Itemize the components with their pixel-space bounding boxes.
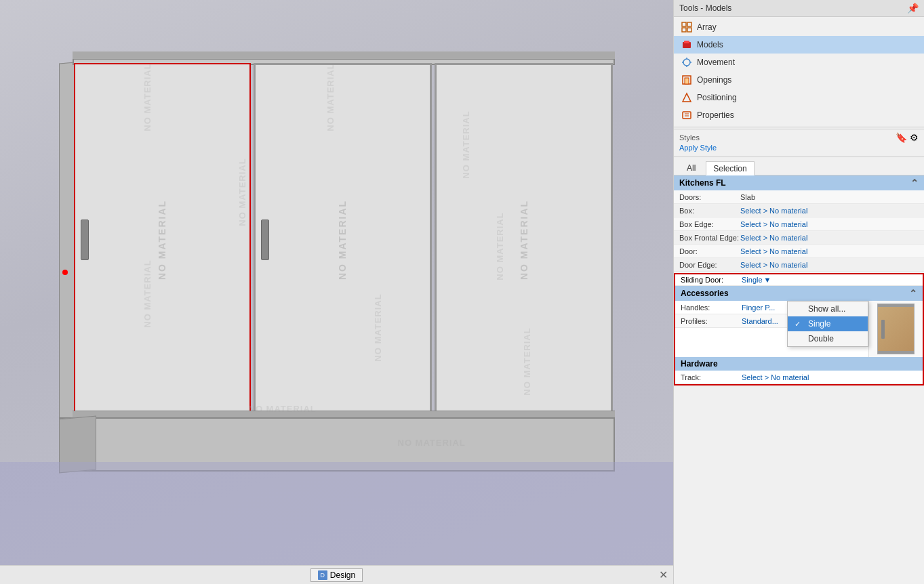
sliding-door-row: Sliding Door: Single ▼ [675,274,923,286]
ctx-menu-show-all[interactable]: Show all... [788,301,868,316]
array-icon [681,21,693,33]
styles-section: Styles 🔖 ⚙ Apply Style [674,129,924,155]
prop-label-track: Track: [681,373,742,381]
watermark-5: NO MATERIAL [460,110,470,178]
prop-value-door[interactable]: Select > No material [740,247,919,255]
watermark-1: NO MATERIAL [142,63,152,131]
styles-settings-icon[interactable]: ⚙ [910,132,919,143]
prop-value-track[interactable]: Select > No material [742,373,917,381]
svg-rect-14 [683,112,691,119]
sliding-door-chevron: ▼ [764,276,771,284]
svg-point-6 [683,59,690,66]
tool-label-array: Array [697,22,717,32]
apply-style-link[interactable]: Apply Style [679,144,717,152]
ctx-menu-single[interactable]: ✓ Single [788,316,868,331]
panel-title: Tools - Models [679,3,731,13]
accessories-content: Handles: Finger P... Profiles: Standard.… [675,301,923,357]
door-handle-1 [81,220,89,260]
tool-item-openings[interactable]: Openings [674,71,924,89]
tool-item-array[interactable]: Array [674,18,924,36]
positioning-icon [681,91,693,104]
prop-label-box: Box: [679,207,740,215]
prop-value-box-edge[interactable]: Select > No material [740,220,919,228]
prop-row-box-frontal: Box Frontal Edge: Select > No material [674,231,924,245]
design-tab[interactable]: D Design [310,568,363,582]
tab-all[interactable]: All [679,161,703,175]
tool-item-movement[interactable]: Movement [674,54,924,71]
prop-label-box-edge: Box Edge: [679,220,740,228]
properties-area: Kitchens FL ⌃ Doors: Slab Box: Select > … [674,175,924,584]
red-marker [62,270,68,275]
prop-label-profiles: Profiles: [681,317,742,325]
watermark-9: NO MATERIAL [494,212,504,280]
ctx-label-single: Single [808,319,830,329]
door-panel-2[interactable]: NO MATERIAL [254,63,432,416]
kitchens-collapse-btn[interactable]: ⌃ [910,178,919,188]
tool-label-openings: Openings [697,75,731,85]
ctx-label-double: Double [808,334,834,343]
tool-label-properties: Properties [697,110,734,120]
close-viewport-btn[interactable]: ✕ [659,568,668,581]
prop-value-box-frontal[interactable]: Select > No material [740,234,919,242]
context-menu: Show all... ✓ Single Double [787,301,868,347]
watermark-10: NO MATERIAL [521,327,531,395]
panel-title-bar: Tools - Models 📌 [674,0,924,17]
thumbnail-handle [881,320,885,339]
openings-icon [681,74,693,86]
svg-marker-13 [683,93,691,102]
properties-icon [681,109,693,121]
watermark-8: NO MATERIAL [325,63,335,131]
tool-label-movement: Movement [697,58,735,67]
prop-row-door-edge: Door Edge: Select > No material [674,258,924,272]
watermark-7: NO MATERIAL [398,438,466,448]
svg-rect-5 [684,41,689,43]
accessories-collapse-btn[interactable]: ⌃ [909,288,917,299]
sliding-door-dropdown[interactable]: Single ▼ [742,276,771,284]
divider-1 [674,127,924,127]
kitchens-fl-label: Kitchens FL [679,178,726,188]
ctx-menu-double[interactable]: Double [788,331,868,346]
design-tab-icon: D [318,570,327,580]
thumbnail-top [878,304,914,307]
bottom-bar-container: D Design ✕ [0,565,673,584]
watermark-4: NO MATERIAL [372,293,382,361]
kitchens-fl-header: Kitchens FL ⌃ [674,175,924,190]
hardware-header: Hardware [675,357,923,371]
watermark-3: NO MATERIAL [142,259,152,327]
tab-selection[interactable]: Selection [706,161,754,175]
prop-row-box-edge: Box Edge: Select > No material [674,217,924,231]
styles-label: Styles [679,133,700,142]
door-panel-1[interactable]: NO MATERIAL [74,63,251,416]
prop-label-box-frontal: Box Frontal Edge: [679,234,740,242]
prop-row-track: Track: Select > No material [675,371,923,384]
cabinet-area: NO MATERIAL NO MATERIAL NO MATERIAL [20,20,653,503]
design-tab-label: Design [330,570,355,580]
tool-item-properties[interactable]: Properties [674,106,924,124]
prop-value-door-edge[interactable]: Select > No material [740,261,919,269]
prop-label-door: Door: [679,247,740,255]
prop-label-doors: Doors: [679,193,740,201]
movement-icon [681,56,693,68]
tool-item-models[interactable]: Models [674,36,924,54]
prop-label-door-edge: Door Edge: [679,261,740,269]
tabs-row: All Selection [674,159,924,175]
accessories-header: Accessories ⌃ [675,286,923,301]
prop-label-handles: Handles: [681,304,742,312]
sliding-door-label: Sliding Door: [681,276,742,284]
prop-row-box: Box: Select > No material [674,204,924,217]
svg-rect-2 [682,28,686,32]
prop-value-box[interactable]: Select > No material [740,207,919,215]
tool-item-positioning[interactable]: Positioning [674,89,924,106]
door-watermark-3: NO MATERIAL [519,199,529,279]
styles-save-icon[interactable]: 🔖 [896,132,907,143]
design-bar: D Design ✕ [0,565,673,584]
cabinet-thumbnail-area [868,301,923,357]
sliding-door-value: Single [742,276,763,284]
cabinet-thumbnail [877,304,915,354]
prop-value-doors[interactable]: Slab [740,193,919,201]
pin-icon[interactable]: 📌 [907,3,919,14]
ctx-label-show-all: Show all... [808,304,845,314]
prop-row-door: Door: Select > No material [674,245,924,258]
svg-rect-0 [682,22,686,26]
thumbnail-bottom [878,351,914,354]
